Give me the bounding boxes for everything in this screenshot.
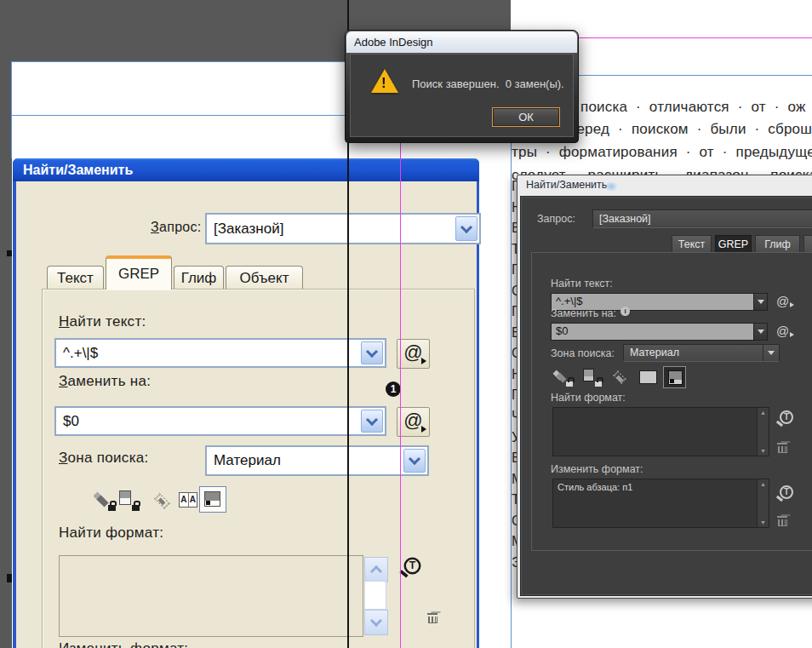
special-characters-button[interactable]: @ — [776, 324, 789, 338]
find-text-value: ^.+\|$ — [556, 295, 583, 307]
lock-icon — [566, 381, 573, 387]
query-label: Запрос: — [151, 220, 202, 235]
ok-button[interactable]: ОК — [492, 107, 560, 127]
clear-change-format-icon[interactable] — [777, 514, 787, 526]
replace-with-value: $0 — [556, 324, 568, 337]
include-hidden-layers-icon[interactable] — [612, 370, 631, 386]
search-zone-value: Материал — [630, 347, 679, 358]
search-zone-value: Материал — [214, 452, 281, 468]
scroll-down-icon: ▼ — [758, 519, 769, 525]
alert-title-bar[interactable]: Adobe InDesign — [346, 32, 577, 53]
change-format-label: Изменить формат: — [551, 463, 643, 475]
info-icon: i — [620, 307, 630, 316]
find-text-label: Найти текст: — [59, 313, 146, 330]
flyout-arrow-icon — [421, 358, 426, 364]
warning-icon — [371, 69, 398, 93]
tab-grep[interactable]: GREP — [106, 255, 172, 290]
lock-icon — [132, 505, 140, 511]
change-format-list[interactable]: Стиль абзаца: п1 ▲▼ — [552, 479, 769, 528]
replace-with-input[interactable]: $0 — [54, 406, 386, 436]
callout-1-badge: 1 — [386, 381, 401, 397]
special-characters-button[interactable]: @ — [776, 294, 789, 308]
include-master-pages-icon[interactable]: AA — [179, 490, 199, 509]
replace-with-value: $0 — [63, 413, 79, 429]
chevron-down-icon[interactable] — [403, 449, 426, 473]
include-locked-layers-icon[interactable] — [93, 490, 116, 511]
include-footnotes-icon[interactable] — [664, 367, 685, 387]
find-format-list[interactable] — [59, 555, 363, 637]
flyout-arrow-icon — [421, 426, 426, 433]
specify-find-format-icon[interactable] — [775, 410, 794, 428]
scrollbar[interactable]: ▲▼ — [757, 479, 769, 527]
tab-object-clipped[interactable] — [803, 235, 812, 253]
query-value: [Заказной] — [599, 213, 651, 225]
include-hidden-layers-icon[interactable] — [152, 491, 174, 510]
specify-change-format-icon[interactable] — [775, 485, 794, 503]
change-format-entry: Стиль абзаца: п1 — [558, 482, 632, 492]
tab-grep[interactable]: GREP — [715, 235, 752, 253]
lock-icon — [108, 505, 116, 511]
frame-handle[interactable] — [7, 574, 12, 582]
replace-with-label: Заменить на: — [551, 307, 616, 319]
panel-body: Запрос: [Заказной] Текст GREP Глиф Найти… — [520, 196, 812, 596]
chevron-down-icon[interactable] — [763, 345, 779, 361]
pasteboard-left — [0, 61, 12, 648]
search-zone-label: Зона поиска: — [59, 450, 149, 467]
find-replace-panel: Найти/Заменить Запрос: [Заказной] Текст … — [517, 175, 812, 599]
scroll-up-icon: ▲ — [758, 410, 769, 416]
lock-icon — [595, 381, 602, 387]
special-characters-button[interactable]: @ — [397, 407, 430, 437]
query-dropdown[interactable]: [Заказной] — [592, 209, 812, 228]
include-locked-layers-icon[interactable] — [553, 370, 573, 387]
include-master-pages-icon[interactable] — [639, 370, 658, 386]
find-format-scrollbar[interactable] — [364, 557, 386, 634]
find-format-label: Найти формат: — [551, 392, 626, 404]
find-text-input[interactable]: ^.+\|$ — [54, 338, 386, 368]
specify-find-format-icon[interactable] — [398, 556, 422, 580]
search-zone-dropdown[interactable]: Материал — [623, 344, 780, 362]
include-locked-stories-icon[interactable] — [583, 369, 602, 387]
clear-find-format-icon[interactable] — [427, 611, 437, 623]
find-text-label: Найти текст: — [551, 278, 613, 290]
tab-glyph[interactable]: Глиф — [755, 235, 800, 253]
chevron-down-icon[interactable] — [361, 341, 383, 364]
clear-find-format-icon[interactable] — [777, 441, 787, 453]
tab-text[interactable]: Текст — [47, 266, 104, 290]
include-footnotes-icon[interactable] — [200, 487, 226, 512]
find-text-value: ^.+\|$ — [63, 345, 98, 361]
special-characters-button[interactable]: @ — [397, 339, 430, 369]
chevron-down-icon[interactable] — [753, 323, 768, 341]
chevron-down-icon[interactable] — [361, 410, 383, 433]
flyout-arrow-icon — [790, 332, 794, 337]
alert-dialog: Adobe InDesign Поиск завершен. 0 замен(ы… — [345, 30, 579, 143]
scrollbar[interactable]: ▲▼ — [757, 408, 769, 456]
replace-with-label: Заменить на: — [59, 373, 151, 390]
page-curl-artifact — [604, 181, 618, 192]
tab-glyph[interactable]: Глиф — [174, 266, 224, 290]
query-label: Запрос: — [537, 213, 575, 225]
search-zone-label: Зона поиска: — [551, 347, 615, 359]
chevron-down-icon[interactable] — [753, 293, 768, 311]
find-format-label: Найти формат: — [59, 525, 163, 542]
replace-with-input[interactable]: $0 — [551, 323, 754, 341]
frame-handle[interactable] — [7, 250, 12, 256]
flyout-arrow-icon — [790, 302, 794, 307]
scroll-up-icon: ▲ — [758, 481, 769, 487]
scroll-down-icon[interactable] — [364, 610, 388, 635]
find-format-list[interactable]: ▲▼ — [552, 407, 769, 456]
search-zone-dropdown[interactable]: Материал — [205, 445, 429, 476]
indesign-workspace: вок · 1¶ льтаты · поиска · отличаются · … — [0, 0, 812, 648]
include-locked-stories-icon[interactable] — [118, 490, 140, 511]
tab-text[interactable]: Текст — [672, 235, 712, 253]
panel-title: Найти/Заменить — [526, 179, 607, 191]
dialog-title: Найти/Заменить — [23, 163, 133, 177]
chevron-down-icon[interactable] — [455, 216, 477, 241]
scroll-up-icon[interactable] — [364, 557, 388, 582]
alert-title: Adobe InDesign — [354, 36, 433, 49]
query-dropdown[interactable]: [Заказной] — [205, 213, 481, 244]
alert-message: Поиск завершен. 0 замен(ы). — [412, 77, 564, 90]
find-replace-dialog-screenshot: Найти/Заменить Запрос: [Заказной] Текст … — [13, 158, 479, 648]
frame-edge-left — [11, 61, 12, 158]
dialog-title-bar: Найти/Заменить — [13, 158, 479, 181]
tab-object[interactable]: Объект — [226, 266, 303, 290]
